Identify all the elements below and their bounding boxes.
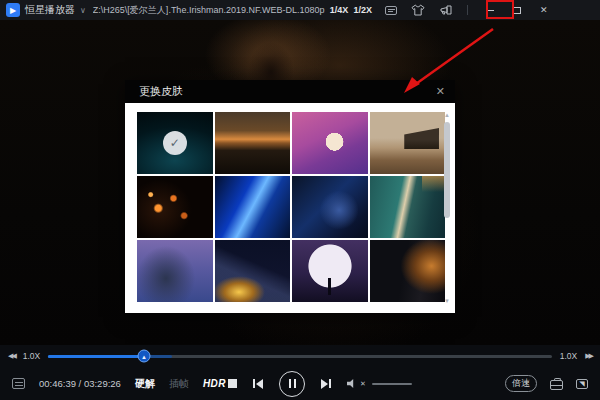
previous-button[interactable] <box>253 379 263 389</box>
dialog-body: ✓ ▲ ▼ <box>125 103 455 313</box>
pause-icon <box>289 379 291 388</box>
frame-interp-toggle[interactable]: 插帧 <box>169 377 189 391</box>
control-bar: 00:46:39 / 03:29:26 硬解 插帧 HDR ✕ 倍速 ◥ <box>0 367 600 400</box>
volume-group: ✕ <box>347 379 412 389</box>
fast-forward-icon[interactable]: ▶▶ <box>585 352 592 360</box>
volume-slider[interactable] <box>372 383 412 385</box>
skin-thumbnail-sunset-harbor-boats[interactable] <box>215 112 291 174</box>
close-button[interactable]: ✕ <box>536 3 552 17</box>
control-left-group: 00:46:39 / 03:29:26 硬解 插帧 HDR <box>12 367 226 400</box>
change-skin-dialog: 更换皮肤 ✕ ✓ ▲ ▼ <box>125 80 455 313</box>
skin-thumbnail-teal-shoreline-aerial[interactable] <box>370 176 446 238</box>
time-display: 00:46:39 / 03:29:26 <box>39 378 121 389</box>
skin-thumbnail-stilt-house-beach[interactable] <box>370 112 446 174</box>
seek-track[interactable]: ▲ <box>48 355 551 358</box>
skin-thumbnail-dark-ocean-wave[interactable]: ✓ <box>137 112 213 174</box>
transport-controls: ✕ <box>228 367 412 400</box>
rewind-icon[interactable]: ◀◀ <box>8 352 15 360</box>
playlist-icon[interactable] <box>12 378 25 389</box>
annotation-highlight-box <box>486 0 514 19</box>
skin-thumbnail-full-moon-silhouette[interactable] <box>292 240 368 302</box>
subtitle-icon[interactable] <box>383 3 399 17</box>
play-pause-button[interactable] <box>279 371 305 397</box>
dialog-close-icon[interactable]: ✕ <box>436 86 445 97</box>
hdr-toggle[interactable]: HDR <box>203 378 226 389</box>
scroll-up-icon[interactable]: ▲ <box>443 112 451 118</box>
next-button[interactable] <box>321 379 331 389</box>
app-logo-icon: ▶ <box>6 3 20 17</box>
media-filename: Z:\H265\[爱尔兰人].The.Irishman.2019.NF.WEB-… <box>93 4 325 17</box>
skin-grid: ✓ <box>137 112 445 302</box>
app-name[interactable]: 恒星播放器 <box>25 3 75 17</box>
check-icon: ✓ <box>163 131 187 155</box>
scroll-down-icon[interactable]: ▼ <box>443 298 451 304</box>
skin-thumbnail-robot-figure[interactable] <box>137 240 213 302</box>
mute-x-icon: ✕ <box>360 380 366 388</box>
player-window: ▶ 恒星播放器 ∨ Z:\H265\[爱尔兰人].The.Irishman.20… <box>0 0 600 400</box>
dialog-scrollbar[interactable]: ▲ ▼ <box>443 112 451 304</box>
forward-rate-label: 1.0X <box>560 351 578 361</box>
titlebar-icon-group: ✕ <box>383 3 552 17</box>
hw-decode-toggle[interactable]: 硬解 <box>135 377 155 391</box>
pin-window-icon[interactable] <box>437 3 453 17</box>
seek-thumb[interactable]: ▲ <box>137 350 150 363</box>
playback-speed-button[interactable]: 倍速 <box>505 375 537 392</box>
skin-tshirt-icon[interactable] <box>410 3 426 17</box>
skin-thumbnail-purple-flat-mountains[interactable] <box>292 112 368 174</box>
seek-row: ◀◀ 1.0X ▲ 1.0X ▶▶ <box>0 345 600 367</box>
seek-progress <box>48 355 144 358</box>
control-right-group: 倍速 ◥ <box>505 367 588 400</box>
titlebar-separator <box>467 5 468 15</box>
fullscreen-icon[interactable]: ◥ <box>576 379 588 389</box>
chevron-down-icon[interactable]: ∨ <box>80 6 86 15</box>
speed-half-label[interactable]: 1/2X <box>353 5 372 15</box>
speed-quarter-label[interactable]: 1/4X <box>330 5 349 15</box>
dialog-header: 更换皮肤 ✕ <box>125 80 455 103</box>
toolbox-icon[interactable] <box>550 380 563 390</box>
rewind-rate-label: 1.0X <box>23 351 41 361</box>
skin-thumbnail-night-camping-tent[interactable] <box>215 240 291 302</box>
skin-thumbnail-ember-sparks[interactable] <box>137 176 213 238</box>
stop-button[interactable] <box>228 379 237 388</box>
mute-speaker-icon[interactable] <box>347 379 357 389</box>
skin-thumbnail-blue-light-streaks[interactable] <box>215 176 291 238</box>
skin-thumbnail-blue-abstract-glass[interactable] <box>292 176 368 238</box>
scrollbar-thumb[interactable] <box>444 122 450 218</box>
dialog-title: 更换皮肤 <box>139 84 183 99</box>
skin-thumbnail-dark-sea-sunset[interactable] <box>370 240 446 302</box>
